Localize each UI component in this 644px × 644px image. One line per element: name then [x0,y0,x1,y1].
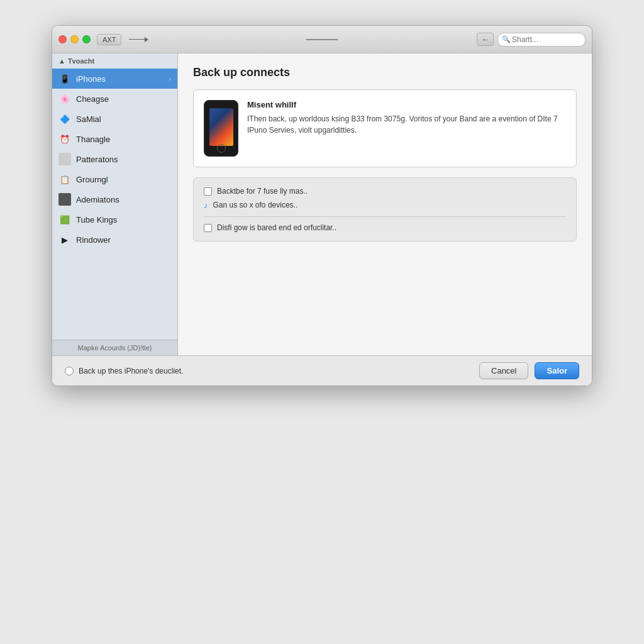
sidebar-item-patteratons[interactable]: Patteratons [52,149,177,169]
ademiatons-icon [58,193,71,206]
traffic-lights [58,35,91,43]
iphones-icon: 📱 [58,72,71,85]
device-name: Misent whillf [247,100,566,109]
sidebar-item-ademiatons[interactable]: Ademiatons [52,189,177,209]
option2-text: Gan us so x ofo devices.. [213,201,298,209]
option3-text: Disfi gow is bared end ed orfuclitar.. [217,223,336,232]
bottom-left: Back up thes iPhone's deucliet. [65,367,183,375]
primary-action-button[interactable]: Salor [535,362,579,379]
sidebar-item-rindower[interactable]: ▶ Rindower [52,230,177,250]
device-image [204,100,238,157]
sidebar-footer-label: Mapke Acourds (JD)!tle) [78,344,152,352]
bottom-label: Back up thes iPhone's deucliet. [79,367,183,375]
cheagse-icon: 🌸 [58,92,71,105]
arrow-line-icon [129,39,148,40]
sidebar-item-label-tube-kings: Tube Kings [76,215,171,225]
sidebar-header: ▲ Tvoacht [52,53,177,69]
patteratons-icon [58,153,71,165]
search-wrap: 🔍 [497,33,586,47]
sidebar-item-label-samial: SaMial [76,114,171,124]
sidebar-item-label-rindower: Rindower [76,235,171,245]
content-area: ▲ Tvoacht 📱 iPhones › 🌸 Cheagse 🔷 SaMial… [52,53,592,355]
options-divider [204,216,566,217]
device-description: IThen back, up worldous ksing B33 from 3… [247,113,566,136]
tube-kings-icon: 🟩 [58,213,71,226]
titlebar-underline [306,39,338,40]
nav-arrow [129,39,148,40]
samial-icon: 🔷 [58,113,71,125]
bottom-bar: Back up thes iPhone's deucliet. Cancel S… [52,355,592,386]
bottom-buttons: Cancel Salor [479,362,579,379]
rindower-icon: ▶ [58,233,71,246]
back-button[interactable]: ← [477,33,494,46]
sidebar-item-label-iphones: iPhones [76,74,164,84]
sidebar-item-label-grourngl: Grourngl [76,175,171,184]
option-row-3: Disfi gow is bared end ed orfuclitar.. [204,223,566,232]
nav-controls: AXT [97,34,148,45]
nav-label-button[interactable]: AXT [97,34,121,45]
backup-radio-button[interactable] [65,367,74,375]
info-card: Misent whillf IThen back, up worldous ks… [193,89,577,167]
iphone-screen [209,108,233,146]
maximize-button[interactable] [82,35,91,43]
titlebar-center [306,38,338,40]
sidebar: ▲ Tvoacht 📱 iPhones › 🌸 Cheagse 🔷 SaMial… [52,53,178,355]
minimize-button[interactable] [70,35,79,43]
sidebar-item-label-thanagle: Thanagle [76,135,171,144]
sidebar-item-iphones[interactable]: 📱 iPhones › [52,69,177,89]
sidebar-item-thanagle[interactable]: ⏰ Thanagle [52,129,177,149]
sidebar-header-label: Tvoacht [68,57,94,65]
titlebar: AXT ← 🔍 [52,26,592,53]
search-input[interactable] [497,33,586,47]
option-row-1: Backtbe for 7 fuse lly mas.. [204,187,566,196]
sidebar-item-label-ademiatons: Ademiatons [76,195,171,204]
option1-text: Backtbe for 7 fuse lly mas.. [217,187,308,196]
option3-checkbox[interactable] [204,224,212,232]
main-panel: Back up connects Misent whillf IThen bac… [178,53,592,355]
sidebar-footer: Mapke Acourds (JD)!tle) [52,340,177,355]
info-text-block: Misent whillf IThen back, up worldous ks… [247,100,566,157]
sidebar-item-tube-kings[interactable]: 🟩 Tube Kings [52,209,177,230]
option-row-2: ♪ Gan us so x ofo devices.. [204,201,566,210]
close-button[interactable] [58,35,67,43]
sidebar-item-cheagse[interactable]: 🌸 Cheagse [52,89,177,109]
nav-label: AXT [103,36,116,43]
titlebar-right: ← 🔍 [477,33,586,47]
sidebar-header-icon: ▲ [58,57,65,65]
sidebar-item-grourngl[interactable]: 📋 Grourngl [52,169,177,189]
sidebar-item-label-patteratons: Patteratons [76,155,171,164]
sidebar-item-samial[interactable]: 🔷 SaMial [52,109,177,129]
thanagle-icon: ⏰ [58,133,71,145]
page-title: Back up connects [193,66,577,79]
cancel-button[interactable]: Cancel [479,362,528,379]
sidebar-item-label-cheagse: Cheagse [76,94,171,104]
iphone-home-button [217,144,226,153]
music-note-icon: ♪ [204,201,208,210]
chevron-right-icon: › [169,75,171,82]
options-box: Backtbe for 7 fuse lly mas.. ♪ Gan us so… [193,177,577,242]
grourngl-icon: 📋 [58,173,71,186]
app-window: AXT ← 🔍 ▲ Tvoacht 📱 [52,25,592,386]
option1-checkbox[interactable] [204,187,212,196]
